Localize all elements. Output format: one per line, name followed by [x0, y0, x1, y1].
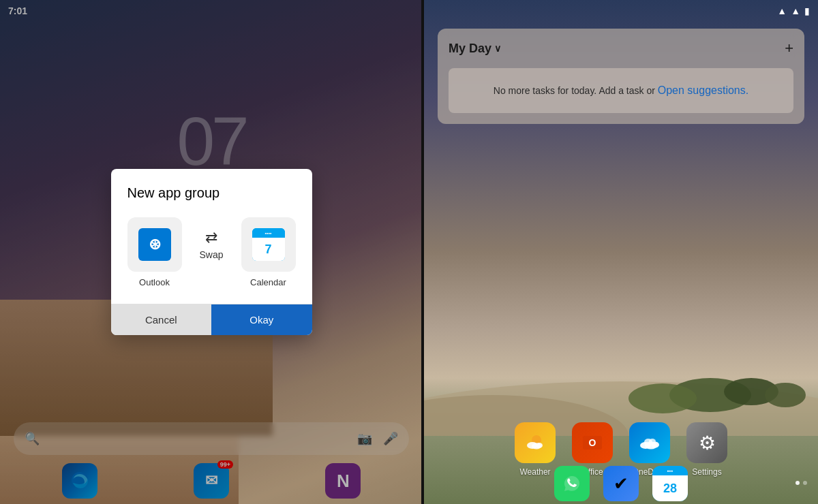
office-svg-icon: O	[580, 430, 605, 455]
office-icon: O	[572, 422, 613, 463]
signal-icon: ▲	[791, 5, 800, 16]
outlook-label: Outlook	[139, 277, 170, 287]
open-suggestions-link[interactable]: Open suggestions.	[658, 84, 748, 96]
calendar-icon: ▪▪▪▪ 7	[252, 228, 285, 261]
pagination-dots	[796, 481, 807, 485]
my-day-title-group: My Day ∨	[449, 42, 501, 56]
left-panel: 7:01 07 New app group ⊛ Outlook ⇄	[0, 0, 423, 504]
battery-icon: ▮	[804, 5, 810, 16]
pagination-dot-1	[796, 481, 800, 485]
cancel-button[interactable]: Cancel	[111, 304, 212, 335]
swap-arrows-icon: ⇄	[205, 229, 217, 247]
swap-label: Swap	[199, 249, 223, 260]
outlook-app-item: ⊛ Outlook	[127, 217, 182, 287]
outlook-icon: ⊛	[138, 228, 171, 261]
svg-text:O: O	[589, 437, 596, 448]
settings-gear-icon: ⚙	[699, 432, 716, 454]
settings-icon: ⚙	[686, 422, 727, 463]
calendar-icon-wrapper: ▪▪▪▪ 7	[241, 217, 296, 272]
calendar-bottom-app[interactable]: ▪▪▪ 28	[652, 466, 688, 501]
right-bottom-app-row: ✔ ▪▪▪ 28	[424, 466, 818, 501]
svg-point-9	[536, 443, 543, 448]
my-day-title-text: My Day	[449, 42, 491, 56]
todo-checkmark-icon: ✔	[614, 473, 628, 494]
svg-point-4	[628, 383, 697, 413]
onedrive-icon	[629, 422, 670, 463]
dialog-content: ⊛ Outlook ⇄ Swap ▪▪▪▪ 7	[111, 212, 312, 304]
wifi-icon: ▲	[777, 5, 787, 16]
dialog-title: New app group	[111, 169, 312, 212]
whatsapp-app[interactable]	[554, 466, 590, 501]
my-day-add-button[interactable]: +	[785, 40, 793, 57]
my-day-chevron-icon[interactable]: ∨	[494, 43, 501, 54]
weather-svg-icon	[523, 430, 547, 455]
todo-app[interactable]: ✔	[603, 466, 639, 501]
calendar-icon-header: ▪▪▪▪	[252, 228, 285, 238]
pagination-dot-2	[803, 481, 807, 485]
my-day-widget: My Day ∨ + No more tasks for today. Add …	[438, 29, 804, 124]
outlook-icon-symbol: ⊛	[149, 236, 161, 253]
my-day-body: No more tasks for today. Add a task or O…	[449, 68, 793, 113]
status-bar-right: ▲ ▲ ▮	[424, 0, 818, 22]
right-panel: ▲ ▲ ▮ My Day ∨ + No more tasks for today…	[424, 0, 818, 504]
calendar-bottom-header: ▪▪▪	[652, 466, 688, 475]
todo-icon: ✔	[603, 466, 639, 501]
my-day-header: My Day ∨ +	[449, 40, 793, 57]
okay-button[interactable]: Okay	[211, 304, 312, 335]
calendar-bottom-icon: ▪▪▪ 28	[652, 466, 688, 501]
dialog-overlay: New app group ⊛ Outlook ⇄ Swap	[0, 0, 423, 504]
whatsapp-svg	[562, 473, 582, 494]
panel-divider	[421, 0, 424, 504]
whatsapp-icon	[554, 466, 590, 501]
svg-point-5	[765, 383, 806, 407]
svg-point-16	[649, 439, 656, 444]
calendar-bottom-date: 28	[652, 475, 688, 501]
onedrive-svg-icon	[637, 430, 662, 455]
dialog-buttons: Cancel Okay	[111, 304, 312, 335]
calendar-label: Calendar	[250, 277, 286, 287]
calendar-icon-body: 7	[252, 238, 285, 261]
weather-icon	[515, 422, 556, 463]
new-app-group-dialog: New app group ⊛ Outlook ⇄ Swap	[111, 169, 312, 335]
swap-button[interactable]: ⇄ Swap	[196, 217, 228, 272]
landscape-svg	[424, 286, 818, 436]
no-tasks-text: No more tasks for today. Add a task or	[494, 85, 658, 96]
calendar-app-item: ▪▪▪▪ 7 Calendar	[241, 217, 296, 287]
outlook-icon-wrapper: ⊛	[127, 217, 182, 272]
